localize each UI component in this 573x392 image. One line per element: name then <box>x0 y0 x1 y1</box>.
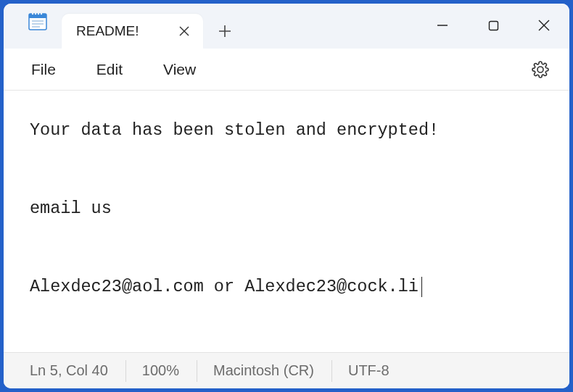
notepad-app-icon <box>27 9 49 31</box>
text-editor-content[interactable]: Your data has been stolen and encrypted!… <box>4 91 569 352</box>
settings-button[interactable] <box>526 55 555 84</box>
content-line: Your data has been stolen and encrypted! <box>30 120 439 140</box>
svg-point-6 <box>35 13 36 14</box>
status-line-ending: Macintosh (CR) <box>213 359 331 383</box>
notepad-window: README! <box>4 4 569 388</box>
close-window-button[interactable] <box>519 7 569 44</box>
status-encoding: UTF-8 <box>348 359 407 383</box>
status-divider <box>125 360 126 382</box>
content-line: email us <box>30 199 112 218</box>
statusbar: Ln 5, Col 40 100% Macintosh (CR) UTF-8 <box>4 352 569 388</box>
plus-icon <box>218 25 231 38</box>
new-tab-button[interactable] <box>210 17 239 46</box>
svg-point-7 <box>38 13 39 14</box>
status-cursor-position: Ln 5, Col 40 <box>30 359 125 383</box>
close-icon <box>179 26 189 36</box>
tab-close-button[interactable] <box>176 22 193 40</box>
svg-rect-1 <box>29 14 46 18</box>
status-zoom[interactable]: 100% <box>142 359 197 383</box>
titlebar: README! <box>4 4 569 49</box>
svg-point-8 <box>41 13 42 14</box>
text-caret <box>421 277 422 297</box>
menu-view[interactable]: View <box>143 55 216 84</box>
maximize-icon <box>488 20 499 31</box>
document-tab[interactable]: README! <box>62 14 203 49</box>
window-controls <box>417 4 569 47</box>
menu-file[interactable]: File <box>11 55 76 84</box>
status-divider <box>197 360 197 382</box>
tab-title: README! <box>76 23 176 39</box>
status-divider <box>331 360 332 382</box>
minimize-button[interactable] <box>417 7 468 44</box>
svg-point-5 <box>32 13 33 14</box>
minimize-icon <box>437 20 448 31</box>
gear-icon <box>532 61 549 78</box>
menu-edit[interactable]: Edit <box>76 55 143 84</box>
close-icon <box>538 20 550 31</box>
svg-rect-14 <box>489 21 498 30</box>
menubar: File Edit View <box>4 49 569 91</box>
content-line: Alexdec23@aol.com or Alexdec23@cock.li <box>30 277 419 296</box>
maximize-button[interactable] <box>468 7 519 44</box>
